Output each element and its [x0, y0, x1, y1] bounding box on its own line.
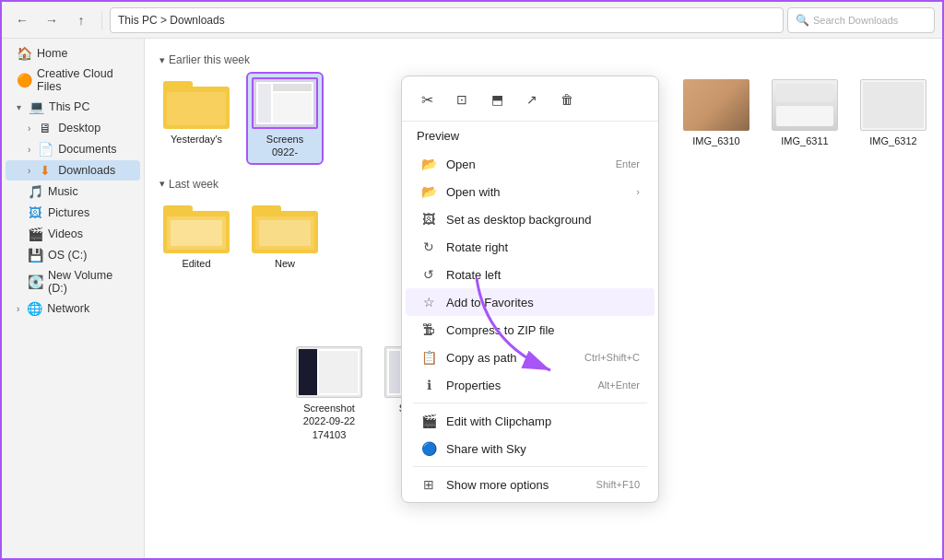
- list-item[interactable]: IMG_6310: [679, 76, 753, 178]
- sidebar-item-documents[interactable]: › 📄 Documents: [6, 139, 140, 159]
- expand-icon: ›: [28, 123, 30, 134]
- context-menu-item-rotate-left[interactable]: ↺ Rotate left: [406, 261, 655, 288]
- back-button[interactable]: ←: [9, 7, 35, 33]
- sidebar-item-label: Creative Cloud Files: [37, 67, 133, 93]
- list-item[interactable]: IMG_6311: [768, 76, 842, 178]
- pictures-icon: 🖼: [28, 205, 42, 220]
- file-name: IMG_6310: [692, 134, 739, 147]
- sidebar-item-desktop[interactable]: › 🖥 Desktop: [6, 118, 140, 138]
- sidebar-item-pictures[interactable]: 🖼 Pictures: [6, 203, 140, 223]
- main-area: 🏠 Home 🟠 Creative Cloud Files ▾ 💻 This P…: [2, 39, 942, 558]
- videos-icon: 🎬: [28, 227, 42, 241]
- set-desktop-icon: 🖼: [420, 211, 437, 228]
- list-item[interactable]: Screens0922-: [248, 74, 322, 163]
- open-with-arrow: ›: [636, 186, 640, 197]
- context-menu-item-open[interactable]: 📂 Open Enter: [406, 150, 655, 178]
- file-explorer-window: ← → ↑ This PC > Downloads 🔍 Search Downl…: [2, 2, 942, 558]
- list-item[interactable]: New: [248, 198, 322, 274]
- sidebar-item-os-c[interactable]: 💾 OS (C:): [6, 245, 140, 265]
- compress-zip-label: Compress to ZIP file: [446, 323, 640, 337]
- list-item[interactable]: IMG_6312: [856, 76, 930, 178]
- context-menu-item-rotate-right[interactable]: ↻ Rotate right: [406, 233, 655, 261]
- downloads-icon: ⬇: [38, 163, 53, 178]
- screenshot-thumbnail: [296, 346, 362, 398]
- screenshot-thumbnail: [252, 77, 318, 129]
- up-button[interactable]: ↑: [68, 7, 94, 33]
- expand-icon: ›: [17, 304, 19, 314]
- file-name: New: [275, 257, 295, 270]
- context-menu-item-compress-zip[interactable]: 🗜 Compress to ZIP file: [406, 316, 655, 344]
- properties-shortcut: Alt+Enter: [597, 379, 640, 391]
- sidebar-item-label: Pictures: [48, 206, 89, 219]
- section-label-text: Last week: [169, 178, 218, 191]
- context-menu-separator: [413, 402, 647, 403]
- cut-button[interactable]: ✂: [413, 86, 441, 113]
- context-menu-item-edit-clipchamp[interactable]: 🎬 Edit with Clipchamp: [406, 407, 655, 435]
- sidebar-item-new-volume[interactable]: 💽 New Volume (D:): [6, 266, 140, 298]
- context-menu-item-copy-path[interactable]: 📋 Copy as path Ctrl+Shift+C: [406, 344, 655, 371]
- rotate-left-label: Rotate left: [446, 268, 640, 282]
- context-menu-separator-2: [413, 466, 647, 467]
- sidebar-item-creative-cloud[interactable]: 🟠 Creative Cloud Files: [6, 64, 140, 96]
- sidebar-item-network[interactable]: › 🌐 Network: [6, 298, 140, 319]
- open-icon: 📂: [420, 156, 437, 172]
- toolbar-separator: [101, 11, 102, 29]
- file-area: Earlier this week Yesterday's: [145, 39, 942, 558]
- file-name: IMG_6312: [869, 134, 916, 147]
- sidebar-item-downloads[interactable]: › ⬇ Downloads: [6, 160, 140, 181]
- rotate-right-icon: ↻: [420, 239, 437, 255]
- share-button[interactable]: ↗: [518, 86, 546, 113]
- context-menu-item-set-desktop[interactable]: 🖼 Set as desktop background: [406, 205, 655, 233]
- context-menu-item-properties[interactable]: ℹ Properties Alt+Enter: [406, 371, 655, 399]
- more-options-label: Show more options: [446, 478, 587, 492]
- context-menu-item-add-favorites[interactable]: ☆ Add to Favorites: [406, 288, 655, 316]
- edit-clipchamp-label: Edit with Clipchamp: [446, 414, 640, 428]
- list-item[interactable]: Edited: [159, 198, 233, 274]
- section-label-text: Earlier this week: [169, 53, 250, 66]
- list-item[interactable]: Yesterday's: [159, 74, 233, 163]
- folder-icon: [163, 202, 230, 253]
- sidebar-item-label: Network: [47, 302, 89, 315]
- properties-icon: ℹ: [420, 377, 437, 393]
- copy-button[interactable]: ⊡: [448, 86, 476, 113]
- search-placeholder: Search Downloads: [813, 15, 898, 26]
- set-desktop-label: Set as desktop background: [446, 213, 640, 227]
- open-shortcut: Enter: [616, 158, 640, 169]
- add-favorites-icon: ☆: [420, 294, 437, 310]
- add-favorites-label: Add to Favorites: [446, 296, 640, 309]
- list-item[interactable]: Screenshot2022-09-22174103: [292, 343, 366, 445]
- address-bar[interactable]: This PC > Downloads: [110, 7, 784, 33]
- search-bar[interactable]: 🔍 Search Downloads: [787, 7, 935, 33]
- sidebar: 🏠 Home 🟠 Creative Cloud Files ▾ 💻 This P…: [2, 39, 145, 558]
- delete-button[interactable]: 🗑: [553, 86, 581, 113]
- sidebar-item-home[interactable]: 🏠 Home: [6, 43, 140, 64]
- paste-button[interactable]: ⬒: [483, 86, 511, 113]
- context-menu-item-more-options[interactable]: ⊞ Show more options Shift+F10: [406, 471, 655, 498]
- file-name: Screenshot2022-09-22174103: [303, 402, 355, 441]
- context-menu-item-share-sky[interactable]: 🔵 Share with Sky: [406, 435, 655, 462]
- network-icon: 🌐: [27, 301, 41, 316]
- share-sky-label: Share with Sky: [446, 442, 640, 456]
- photos-row: IMG_6310 IMG_6311 IMG_6312: [679, 76, 942, 178]
- copy-path-icon: 📋: [420, 349, 437, 366]
- sidebar-item-videos[interactable]: 🎬 Videos: [6, 224, 140, 244]
- expand-icon: ›: [28, 166, 30, 176]
- os-c-icon: 💾: [28, 248, 42, 262]
- sidebar-item-music[interactable]: 🎵 Music: [6, 181, 140, 202]
- copy-path-label: Copy as path: [446, 351, 575, 365]
- context-menu: ✂ ⊡ ⬒ ↗ 🗑 Preview 📂 Open Enter 📂: [401, 76, 659, 503]
- context-menu-toolbar: ✂ ⊡ ⬒ ↗ 🗑: [402, 80, 658, 122]
- toolbar: ← → ↑ This PC > Downloads 🔍 Search Downl…: [2, 2, 942, 39]
- sidebar-item-label: Videos: [48, 228, 83, 240]
- forward-button[interactable]: →: [39, 7, 65, 33]
- file-name: Screens0922-: [266, 133, 303, 159]
- file-name: Yesterday's: [171, 133, 222, 146]
- search-icon: 🔍: [796, 14, 809, 27]
- folder-icon: [252, 202, 318, 253]
- this-pc-icon: 💻: [29, 99, 43, 114]
- context-menu-item-open-with[interactable]: 📂 Open with ›: [406, 178, 655, 205]
- sidebar-item-label: Music: [48, 185, 78, 198]
- open-with-icon: 📂: [420, 183, 437, 200]
- sidebar-item-this-pc[interactable]: ▾ 💻 This PC: [6, 97, 140, 117]
- copy-path-shortcut: Ctrl+Shift+C: [584, 352, 640, 363]
